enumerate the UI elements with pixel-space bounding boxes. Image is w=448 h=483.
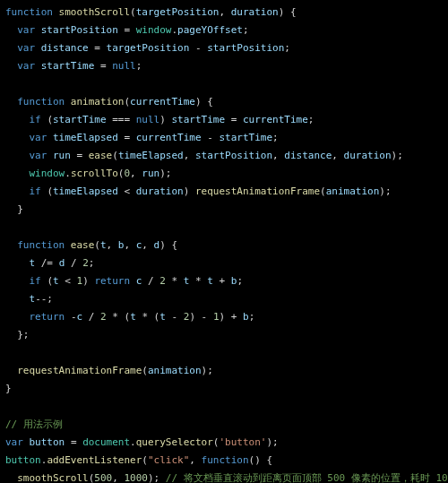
id: distance [284, 150, 332, 161]
num: 1 [213, 311, 220, 323]
fn-raf: requestAnimationFrame [195, 185, 320, 197]
id: currentTime [243, 114, 308, 125]
id: startTime [53, 114, 107, 125]
id: startPosition [207, 42, 284, 54]
kw-return: return [94, 275, 130, 287]
string: "click" [148, 454, 189, 466]
id: duration [136, 185, 184, 197]
fn-scrollTo: scrollTo [71, 168, 118, 179]
id: startPosition [41, 24, 118, 36]
kw-if: if [30, 275, 41, 287]
kw-var: var [17, 42, 35, 54]
obj-window: window [30, 168, 65, 179]
id: timeElapsed [53, 185, 118, 197]
comment: // 将文档垂直滚动到距离页面顶部 500 像素的位置，耗时 1000 毫秒 [166, 472, 448, 483]
id: c [77, 311, 83, 323]
id: timeElapsed [53, 132, 118, 143]
kw-if: if [30, 114, 41, 125]
id: d [59, 257, 65, 269]
id: startTime [171, 114, 225, 125]
param: currentTime [130, 96, 195, 108]
obj-window: window [136, 24, 172, 36]
id: run [142, 168, 159, 179]
id: c [136, 275, 142, 287]
kw-return: return [30, 311, 65, 323]
num: 500 [94, 472, 112, 483]
param: duration [231, 6, 279, 18]
id: t [53, 275, 59, 287]
id: run [53, 150, 71, 161]
comment: // 用法示例 [5, 418, 63, 430]
id: distance [41, 42, 89, 54]
id: animation [326, 185, 380, 197]
kw-var: var [5, 436, 23, 448]
id: b [243, 311, 249, 323]
param: targetPosition [136, 6, 220, 18]
id: t [184, 275, 190, 287]
id: startTime [41, 60, 95, 72]
id: t [30, 257, 36, 269]
kw-function: function [5, 6, 53, 18]
kw-var: var [17, 60, 35, 72]
id: duration [344, 150, 392, 161]
id: animation [148, 365, 202, 376]
fn-animation: animation [71, 96, 125, 108]
kw-null: null [112, 60, 136, 72]
id: t [159, 311, 166, 323]
id: button [30, 436, 65, 448]
id: startTime [219, 132, 272, 143]
string: 'button' [219, 436, 266, 448]
kw-if: if [30, 185, 41, 197]
fn-ease: ease [89, 150, 113, 161]
prop: pageYOffset [177, 24, 243, 36]
kw-null: null [136, 114, 160, 125]
num: 1000 [124, 472, 148, 483]
id: t [207, 275, 213, 287]
kw-function: function [17, 239, 65, 251]
num: 2 [82, 257, 89, 269]
kw-var: var [30, 150, 47, 161]
obj-document: document [82, 436, 130, 448]
id: timeElapsed [118, 150, 184, 161]
kw-function: function [202, 454, 249, 466]
kw-function: function [17, 96, 65, 108]
num: 2 [100, 311, 107, 323]
fn-raf: requestAnimationFrame [17, 365, 142, 376]
id: t [130, 311, 136, 323]
id: targetPosition [107, 42, 190, 54]
fn-smoothScroll: smoothScroll [59, 6, 130, 18]
fn-ease: ease [71, 239, 95, 251]
id: currentTime [136, 132, 202, 143]
fn-addEventListener: addEventListener [47, 454, 142, 466]
obj-button: button [5, 454, 41, 466]
id: startPosition [195, 150, 272, 161]
kw-var: var [17, 24, 35, 36]
kw-var: var [30, 132, 47, 143]
param: t [100, 239, 107, 251]
code-block: function smoothScroll(targetPosition, du… [0, 0, 448, 483]
num: 2 [159, 275, 166, 287]
fn-smoothScroll: smoothScroll [17, 472, 88, 483]
fn-querySelector: querySelector [136, 436, 213, 448]
